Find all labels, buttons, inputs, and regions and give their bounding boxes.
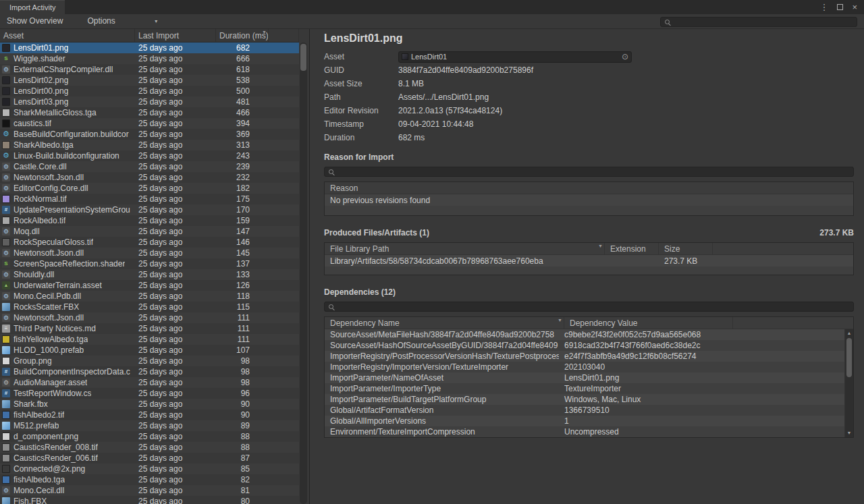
asset-row[interactable]: #UpdatePresentationSystemGrou25 days ago… (0, 204, 299, 215)
asset-row[interactable]: fishAlbedo.tga25 days ago82 (0, 474, 299, 485)
main-search-field[interactable] (660, 17, 857, 27)
scroll-up-icon[interactable]: ▲ (845, 330, 853, 337)
column-header-extension[interactable]: Extension (605, 243, 659, 254)
asset-row[interactable]: ⚙ExternalCSharpCompiler.dll25 days ago61… (0, 64, 299, 75)
restore-window-icon[interactable] (837, 4, 843, 10)
asset-row[interactable]: LensDirt01.png25 days ago682 (0, 43, 299, 53)
dependency-row[interactable]: Environment/TextureImportCompressionUnco… (325, 426, 844, 437)
dependencies-search-field[interactable] (324, 302, 854, 312)
column-header-file-library-path[interactable]: File Library Path ▼ (325, 243, 605, 254)
dependencies-search-input[interactable] (337, 303, 849, 311)
asset-row[interactable]: #BuildComponentInspectorData.c25 days ag… (0, 366, 299, 377)
artifact-row[interactable]: Library/Artifacts/58/58734cdcab0067b7896… (325, 255, 853, 267)
asset-row[interactable]: Group.png25 days ago98 (0, 356, 299, 366)
dependency-row[interactable]: ImportParameter/NameOfAssetLensDirt01.pn… (325, 372, 844, 383)
asset-row[interactable]: SharkMetallicGloss.tga25 days ago466 (0, 107, 299, 118)
reason-search-input[interactable] (337, 168, 849, 176)
asset-row[interactable]: ⚙Castle.Core.dll25 days ago239 (0, 161, 299, 172)
reason-table-header: Reason (325, 182, 853, 194)
dependency-row[interactable]: ImportParameter/ImporterTypeTextureImpor… (325, 383, 844, 394)
asset-row[interactable]: d_component.png25 days ago88 (0, 431, 299, 442)
asset-row[interactable]: ≡Third Party Notices.md25 days ago111 (0, 323, 299, 334)
asset-row[interactable]: RocksScatter.FBX25 days ago115 (0, 302, 299, 312)
object-picker-icon[interactable]: ⊙ (622, 53, 628, 61)
reason-search-field[interactable] (324, 167, 854, 177)
column-header-duration[interactable]: Duration (ms) ▼ (216, 29, 269, 42)
asset-row[interactable]: #TestReportWindow.cs25 days ago96 (0, 388, 299, 399)
asset-row[interactable]: Shark.fbx25 days ago90 (0, 399, 299, 410)
asset-duration: 538 (216, 76, 250, 85)
scroll-down-icon[interactable]: ▼ (845, 430, 853, 437)
show-overview-button[interactable]: Show Overview (0, 14, 70, 28)
asset-row[interactable]: RockSpecularGloss.tif25 days ago146 (0, 237, 299, 248)
column-header-asset[interactable]: Asset (0, 29, 135, 42)
dependencies-scrollbar[interactable]: ▲ ▼ (844, 329, 853, 437)
config-icon: ⚙ (2, 152, 10, 160)
asset-row[interactable]: fishYellowAlbedo.tga25 days ago111 (0, 334, 299, 345)
asset-name: ExternalCSharpCompiler.dll (14, 65, 113, 74)
reason-row[interactable]: No previous revisions found (325, 194, 853, 206)
cs-icon: # (2, 206, 10, 214)
asset-row[interactable]: HLOD_1000.prefab25 days ago107 (0, 345, 299, 356)
tab-import-activity[interactable]: Import Activity (0, 0, 65, 14)
column-header-reason[interactable]: Reason (325, 182, 853, 194)
asset-row[interactable]: ⚙Newtonsoft.Json.dll25 days ago111 (0, 312, 299, 323)
dependency-row[interactable]: Global/ArtifactFormatVersion1366739510 (325, 405, 844, 416)
asset-row[interactable]: CausticsRender_006.tif25 days ago87 (0, 453, 299, 464)
asset-row[interactable]: ⚙Newtonsoft.Json.dll25 days ago145 (0, 248, 299, 258)
asset-object-field[interactable]: LensDirt01 ⊙ (398, 51, 632, 63)
asset-row[interactable]: M512.prefab25 days ago89 (0, 420, 299, 431)
asset-row[interactable]: fishAlbedo2.tif25 days ago90 (0, 410, 299, 420)
artifact-size: 273.7 KB (659, 256, 713, 266)
dependency-row[interactable]: SourceAsset/MetaFileHash/3884f7a2d04ffe8… (325, 329, 844, 340)
asset-row[interactable]: ⚙Mono.Cecil.dll25 days ago81 (0, 485, 299, 496)
pane-menu-icon[interactable]: ⋮ (819, 2, 828, 12)
asset-row[interactable]: ▲UnderwaterTerrain.asset25 days ago126 (0, 280, 299, 291)
asset-row[interactable]: ⚙Mono.Cecil.Pdb.dll25 days ago118 (0, 291, 299, 302)
asset-row[interactable]: ⚙Linux-Build.buildconfiguration25 days a… (0, 150, 299, 161)
asset-row[interactable]: ⚙BaseBuildConfiguration.buildcor25 days … (0, 129, 299, 140)
dependency-row[interactable]: ImportParameter/BuildTargetPlatformGroup… (325, 394, 844, 405)
asset-row[interactable]: SharkAlbedo.tga25 days ago313 (0, 140, 299, 150)
asset-row[interactable]: ⚙EditorConfig.Core.dll25 days ago182 (0, 183, 299, 194)
asset-row[interactable]: Fish.FBX25 days ago80 (0, 496, 299, 504)
asset-row[interactable]: ⚙Shouldly.dll25 days ago133 (0, 269, 299, 280)
asset-row[interactable]: caustics.tif25 days ago394 (0, 118, 299, 129)
reason-heading: Reason for Import (324, 152, 854, 162)
options-dropdown[interactable]: Options ▾ (82, 14, 163, 28)
artifacts-heading-row: Produced Files/Artifacts (1) 273.7 KB (324, 228, 854, 237)
column-header-size[interactable]: Size (659, 243, 713, 254)
sort-descending-icon: ▼ (558, 318, 562, 323)
asset-row[interactable]: SScreenSpaceReflection.shader25 days ago… (0, 258, 299, 269)
column-header-dependency-value[interactable]: Dependency Value (564, 317, 733, 329)
dependencies-scrollbar-thumb[interactable] (846, 338, 852, 377)
asset-duration: 133 (216, 270, 250, 279)
asset-row[interactable]: LensDirt00.png25 days ago500 (0, 86, 299, 96)
asset-row[interactable]: ⚙Newtonsoft.Json.dll25 days ago232 (0, 172, 299, 183)
main-search-input[interactable] (673, 18, 853, 26)
asset-list-scrollbar[interactable] (300, 43, 307, 504)
asset-row[interactable]: LensDirt03.png25 days ago481 (0, 96, 299, 107)
asset-row[interactable]: RockAlbedo.tif25 days ago159 (0, 215, 299, 226)
toolbar: Show Overview Options ▾ (0, 14, 864, 29)
asset-name: Moq.dll (14, 227, 40, 236)
asset-row[interactable]: LensDirt02.png25 days ago538 (0, 75, 299, 86)
asset-duration: 96 (216, 389, 250, 398)
asset-row[interactable]: SWiggle.shader25 days ago666 (0, 53, 299, 64)
dependency-name: ImportParameter/ImporterType (325, 384, 559, 393)
asset-row[interactable]: Connected@2x.png25 days ago85 (0, 464, 299, 474)
column-header-dependency-name[interactable]: Dependency Name ▼ (325, 317, 564, 329)
asset-list-scrollbar-thumb[interactable] (300, 44, 306, 71)
dependency-row[interactable]: ImporterRegistry/ImporterVersion/Texture… (325, 362, 844, 372)
close-window-icon[interactable]: × (852, 2, 857, 12)
asset-last-import: 25 days ago (135, 345, 216, 355)
column-header-last-import[interactable]: Last Import (135, 29, 216, 42)
asset-row[interactable]: ⚙AudioManager.asset25 days ago98 (0, 377, 299, 388)
asset-row[interactable]: CausticsRender_008.tif25 days ago88 (0, 442, 299, 453)
dependency-row[interactable]: SourceAsset/HashOfSourceAssetByGUID/3884… (325, 340, 844, 351)
asset-row[interactable]: RockNormal.tif25 days ago175 (0, 194, 299, 204)
dependency-row[interactable]: ImporterRegistry/PostProcessorVersionHas… (325, 351, 844, 362)
dependency-row[interactable]: Global/AllImporterVersions1 (325, 416, 844, 426)
asset-row[interactable]: ⚙Moq.dll25 days ago147 (0, 226, 299, 237)
dependency-name: ImporterRegistry/PostProcessorVersionHas… (325, 352, 559, 361)
